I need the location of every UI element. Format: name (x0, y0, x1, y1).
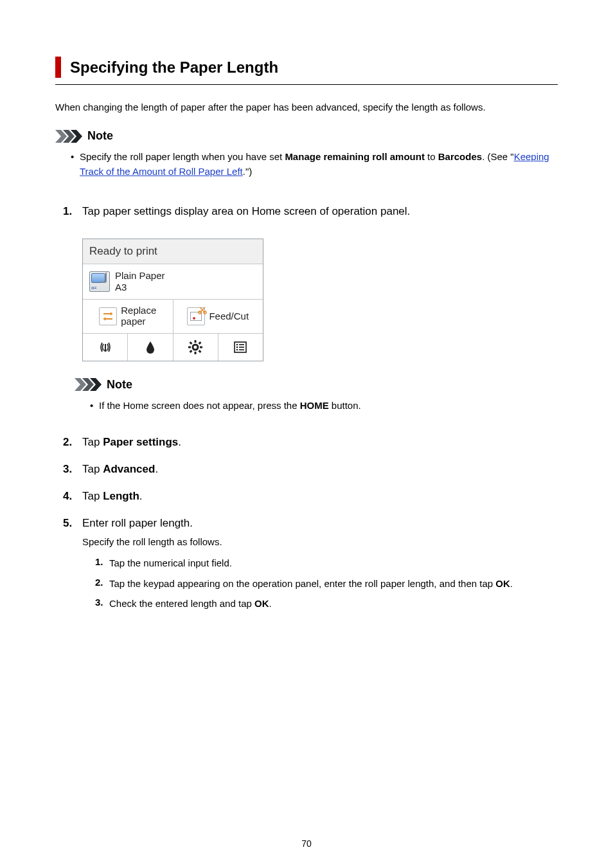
paper-info-area[interactable]: o= Plain Paper A3 (83, 264, 263, 299)
t: Check the entered length and tap (109, 598, 254, 609)
title-accent-bar (55, 57, 61, 78)
t: . (269, 598, 272, 609)
step-text: Tap Advanced. (82, 463, 558, 476)
note-chevrons-icon (55, 130, 84, 143)
sub-num: 3. (95, 597, 109, 611)
replace-paper-button[interactable]: Replace paper (83, 300, 173, 333)
wireless-button[interactable] (83, 334, 127, 361)
t: Advanced (103, 463, 155, 475)
bottom-toolbar (83, 333, 263, 361)
intro-text: When changing the length of paper after … (55, 102, 558, 113)
t: . (178, 436, 181, 448)
settings-gear-icon (188, 340, 202, 354)
svg-rect-11 (195, 352, 197, 354)
sub-num: 2. (95, 577, 109, 591)
t: Tap (82, 490, 103, 502)
svg-rect-10 (195, 340, 197, 343)
svg-rect-16 (190, 350, 193, 353)
note-bullet: • If the Home screen does not appear, pr… (90, 398, 558, 413)
sub-text: Check the entered length and tap OK. (109, 597, 558, 611)
step-3: 3. Tap Advanced. (55, 463, 558, 476)
t: HOME (300, 400, 329, 411)
svg-rect-15 (199, 341, 202, 345)
t: . (510, 578, 513, 589)
note-chevrons-icon (75, 378, 103, 391)
paper-text: Plain Paper A3 (115, 270, 165, 293)
sub-2: 2. Tap the keypad appearing on the opera… (95, 577, 558, 591)
sub-text: Tap the numerical input field. (109, 556, 558, 570)
svg-point-21 (236, 346, 238, 348)
bullet-dot: • (90, 398, 99, 413)
page-title-row: Specifying the Paper Length (55, 57, 558, 85)
feed-cut-button[interactable]: Feed/Cut (173, 300, 263, 333)
jobs-button[interactable] (218, 334, 263, 361)
t: If the Home screen does not appear, pres… (99, 400, 300, 411)
actions-row: Replace paper Feed/Cut (83, 299, 263, 333)
t: . (155, 463, 158, 475)
ink-button[interactable] (127, 334, 172, 361)
note-bullet-text: Specify the roll paper length when you h… (80, 149, 558, 179)
note-body: • Specify the roll paper length when you… (71, 149, 558, 179)
inner-note-body: • If the Home screen does not appear, pr… (90, 398, 558, 413)
status-text: Ready to print (89, 245, 157, 258)
paper-line1: Plain Paper (115, 270, 165, 282)
feed-cut-icon (187, 307, 205, 325)
note-label: Note (87, 129, 113, 143)
bullet-dot: • (71, 149, 80, 179)
step-number: 5. (63, 517, 82, 530)
t: .") (243, 166, 253, 177)
inner-note-header: Note (75, 378, 558, 392)
step-text: Enter roll paper length. (82, 517, 558, 530)
step-4: 4. Tap Length. (55, 490, 558, 503)
wireless-icon (98, 341, 112, 354)
t: Barcodes (438, 151, 482, 162)
step-number: 2. (63, 436, 82, 449)
step-text: Tap Length. (82, 490, 558, 503)
jobs-list-icon (234, 341, 247, 353)
t: Manage remaining roll amount (285, 151, 425, 162)
t: OK (495, 578, 510, 589)
t: Paper settings (103, 436, 178, 448)
step-text: Tap paper settings display area on Home … (82, 205, 558, 218)
step-number: 3. (63, 463, 82, 476)
paper-roll-icon: o= (89, 271, 110, 292)
step-5: 5. Enter roll paper length. (55, 517, 558, 530)
svg-rect-12 (188, 346, 191, 348)
operation-panel-screenshot: Ready to print o= Plain Paper A3 (82, 239, 263, 361)
step-text: Tap Paper settings. (82, 436, 558, 449)
svg-point-19 (236, 343, 238, 345)
t: button. (329, 400, 361, 411)
svg-rect-14 (190, 341, 193, 345)
page-number: 70 (0, 838, 613, 849)
replace-label: Replace paper (121, 305, 156, 327)
svg-point-9 (193, 345, 198, 350)
svg-rect-7 (105, 344, 106, 349)
t: Tap (82, 463, 103, 475)
replace-icon (99, 307, 117, 325)
svg-point-8 (104, 349, 107, 352)
step-1: 1. Tap paper settings display area on Ho… (55, 205, 558, 218)
paper-line2: A3 (115, 282, 165, 293)
settings-button[interactable] (173, 334, 218, 361)
t: to (425, 151, 438, 162)
note-label: Note (107, 378, 132, 392)
l2: paper (121, 316, 156, 327)
t: . (139, 490, 143, 502)
t: Tap (82, 436, 103, 448)
sub-num: 1. (95, 556, 109, 570)
note-bullet: • Specify the roll paper length when you… (71, 149, 558, 179)
sub-1: 1. Tap the numerical input field. (95, 556, 558, 570)
step-5-desc: Specify the roll length as follows. (82, 536, 558, 547)
svg-point-23 (236, 348, 238, 350)
svg-rect-13 (200, 346, 202, 348)
page-title: Specifying the Paper Length (70, 57, 278, 78)
note-bullet-text: If the Home screen does not appear, pres… (99, 398, 558, 413)
feedcut-label: Feed/Cut (209, 311, 249, 321)
l1: Replace (121, 305, 156, 316)
step-number: 1. (63, 205, 82, 218)
t: Tap the keypad appearing on the operatio… (109, 578, 495, 589)
t: Length (103, 490, 139, 502)
svg-rect-17 (199, 350, 202, 353)
step-5-sublist: 1. Tap the numerical input field. 2. Tap… (95, 556, 558, 611)
t: Specify the roll paper length when you h… (80, 151, 285, 162)
